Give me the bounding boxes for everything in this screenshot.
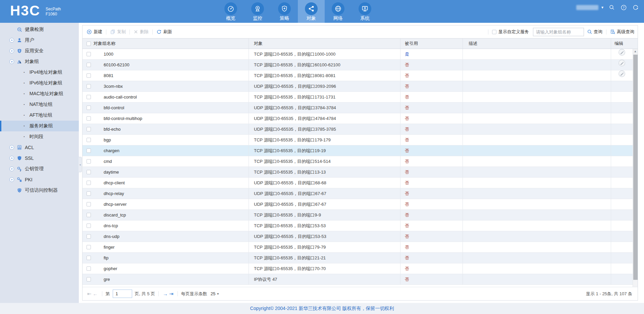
table-row[interactable]: bgpTCP 源端口0-65535，目的端口179-179否: [83, 135, 633, 145]
sidebar-item-users[interactable]: »用户: [0, 35, 79, 46]
row-checkbox[interactable]: [87, 63, 91, 67]
row-checkbox[interactable]: [87, 202, 91, 206]
delete-button[interactable]: 删除: [133, 29, 149, 35]
select-all-checkbox[interactable]: [87, 42, 91, 46]
show-custom-services-toggle[interactable]: 显示自定义服务: [492, 29, 529, 35]
scroll-up-icon[interactable]: ▲: [633, 49, 638, 54]
row-checkbox[interactable]: [87, 159, 91, 164]
last-page-icon[interactable]: ⇥: [168, 291, 174, 297]
table-row[interactable]: ftpTCP 源端口0-65535，目的端口21-21否: [83, 253, 633, 263]
table-row[interactable]: 8081TCP 源端口0-65535，目的端口8081-8081否: [83, 70, 633, 81]
sidebar-item-health-check[interactable]: 健康检测: [0, 24, 79, 35]
expand-icon[interactable]: »: [9, 145, 14, 150]
referenced-value[interactable]: 是: [405, 52, 409, 57]
query-button[interactable]: 查询: [587, 29, 602, 35]
sidebar-item-pki[interactable]: »PKI: [0, 174, 79, 185]
row-checkbox[interactable]: [87, 84, 91, 88]
sidebar-collapse-handle[interactable]: ◂: [78, 157, 82, 172]
table-row[interactable]: dhcp-serverUDP 源端口0-65535，目的端口67-67否: [83, 199, 633, 210]
row-checkbox[interactable]: [87, 148, 91, 153]
table-row[interactable]: cmdTCP 源端口0-65535，目的端口514-514否: [83, 156, 633, 167]
row-checkbox[interactable]: [87, 170, 91, 174]
table-row[interactable]: dhcp-relayUDP 源端口0-65535，目的端口67-67否: [83, 188, 633, 199]
table-row[interactable]: greIP协议号 47否: [83, 274, 633, 285]
expand-icon[interactable]: »: [9, 156, 14, 161]
table-row[interactable]: 1000TCP 源端口0-65535，目的端口1000-1000是: [83, 49, 633, 60]
tab-network[interactable]: 网络: [325, 0, 352, 23]
sidebar-item-mac-address-group[interactable]: ·MAC地址对象组: [0, 88, 79, 99]
sidebar-item-aft-address-group[interactable]: ·AFT地址组: [0, 110, 79, 121]
expand-icon[interactable]: »: [9, 38, 14, 43]
expand-icon[interactable]: »: [9, 167, 14, 171]
table-row[interactable]: bfd-echoUDP 源端口0-65535，目的端口3785-3785否: [83, 124, 633, 135]
prev-page-icon[interactable]: ←: [92, 291, 99, 297]
sidebar-item-object-groups[interactable]: »对象组: [0, 56, 79, 67]
table-row[interactable]: daytimeTCP 源端口0-65535，目的端口13-13否: [83, 167, 633, 178]
sidebar-item-trusted-access-controller[interactable]: 可信访问控制器: [0, 185, 79, 196]
logout-icon[interactable]: [632, 4, 639, 11]
tab-policy[interactable]: 策略: [271, 0, 298, 23]
next-page-icon[interactable]: →: [162, 291, 168, 297]
show-custom-checkbox[interactable]: [492, 30, 496, 34]
row-checkbox[interactable]: [87, 234, 91, 239]
sidebar-item-ssl[interactable]: »SSL: [0, 153, 79, 164]
expand-icon[interactable]: »: [9, 177, 14, 182]
tab-overview[interactable]: 概览: [217, 0, 244, 23]
new-button[interactable]: 新建: [87, 29, 102, 35]
table-row[interactable]: dhcp-clientUDP 源端口0-65535，目的端口68-68否: [83, 178, 633, 188]
table-row[interactable]: bfd-control-multihopUDP 源端口0-65535，目的端口4…: [83, 113, 633, 124]
collapse-icon[interactable]: »: [9, 59, 14, 64]
table-row[interactable]: fingerTCP 源端口0-65535，目的端口79-79否: [83, 242, 633, 253]
row-checkbox[interactable]: [87, 138, 91, 142]
sidebar-item-time-range[interactable]: ·时间段: [0, 131, 79, 142]
table-row[interactable]: 3com-nbxUDP 源端口0-65535，目的端口2093-2096否: [83, 81, 633, 92]
tab-monitor[interactable]: 监控: [244, 0, 271, 23]
copy-button[interactable]: 复制: [110, 29, 126, 35]
row-checkbox[interactable]: [87, 127, 91, 131]
table-row[interactable]: 60100-62100TCP 源端口0-65535，目的端口60100-6210…: [83, 60, 633, 70]
per-page-select[interactable]: 25 ▾: [211, 291, 219, 296]
advanced-query-button[interactable]: 高级查询: [610, 29, 634, 35]
row-checkbox[interactable]: [87, 191, 91, 196]
expand-icon[interactable]: »: [9, 49, 14, 53]
row-checkbox[interactable]: [87, 256, 91, 260]
table-row[interactable]: chargenTCP 源端口0-65535，目的端口19-19否: [83, 145, 633, 156]
sidebar-item-ipv6-address-group[interactable]: ·IPv6地址对象组: [0, 78, 79, 88]
table-row[interactable]: dns-tcpTCP 源端口0-65535，目的端口53-53否: [83, 221, 633, 231]
object-group-search-input[interactable]: [533, 28, 584, 36]
row-checkbox[interactable]: [87, 213, 91, 217]
table-row[interactable]: dns-udpUDP 源端口0-65535，目的端口53-53否: [83, 231, 633, 242]
row-checkbox[interactable]: [87, 245, 91, 249]
scrollbar-thumb[interactable]: [633, 55, 638, 280]
sidebar-item-acl[interactable]: »ACLACL: [0, 142, 79, 153]
row-checkbox[interactable]: [87, 116, 91, 121]
sidebar-item-ipv4-address-group[interactable]: ·IPv4地址对象组: [0, 67, 79, 78]
table-row[interactable]: audio-call-controlTCP 源端口0-65535，目的端口173…: [83, 92, 633, 103]
row-checkbox[interactable]: [87, 277, 91, 281]
table-row[interactable]: gopherTCP 源端口0-65535，目的端口70-70否: [83, 263, 633, 274]
edit-pencil-icon[interactable]: [618, 60, 626, 70]
sidebar-item-nat-address-group[interactable]: ·NAT地址组: [0, 99, 79, 110]
search-icon[interactable]: [608, 4, 615, 11]
row-checkbox[interactable]: [87, 52, 91, 56]
row-checkbox[interactable]: [87, 73, 91, 78]
row-checkbox[interactable]: [87, 266, 91, 271]
table-row[interactable]: bfd-controlUDP 源端口0-65535，目的端口3784-3784否: [83, 103, 633, 113]
first-page-icon[interactable]: ⇤: [87, 291, 92, 297]
sidebar-item-public-key[interactable]: »公钥管理: [0, 164, 79, 174]
row-checkbox[interactable]: [87, 95, 91, 99]
page-number-input[interactable]: [113, 290, 132, 298]
refresh-button[interactable]: 刷新: [156, 29, 172, 35]
edit-pencil-icon[interactable]: [618, 70, 626, 81]
table-row[interactable]: discard_tcpTCP 源端口0-65535，目的端口9-9否: [83, 210, 633, 221]
sidebar-item-app-security[interactable]: »应用安全: [0, 46, 79, 56]
tab-object[interactable]: 对象: [298, 0, 325, 23]
row-checkbox[interactable]: [87, 224, 91, 228]
row-checkbox[interactable]: [87, 181, 91, 185]
help-icon[interactable]: ?: [620, 4, 627, 11]
user-menu-caret-icon[interactable]: ▾: [601, 5, 603, 10]
username-masked[interactable]: [576, 5, 598, 10]
row-checkbox[interactable]: [87, 106, 91, 110]
sidebar-item-service-object-group[interactable]: ·服务对象组: [0, 121, 79, 131]
edit-pencil-icon[interactable]: [618, 49, 626, 59]
